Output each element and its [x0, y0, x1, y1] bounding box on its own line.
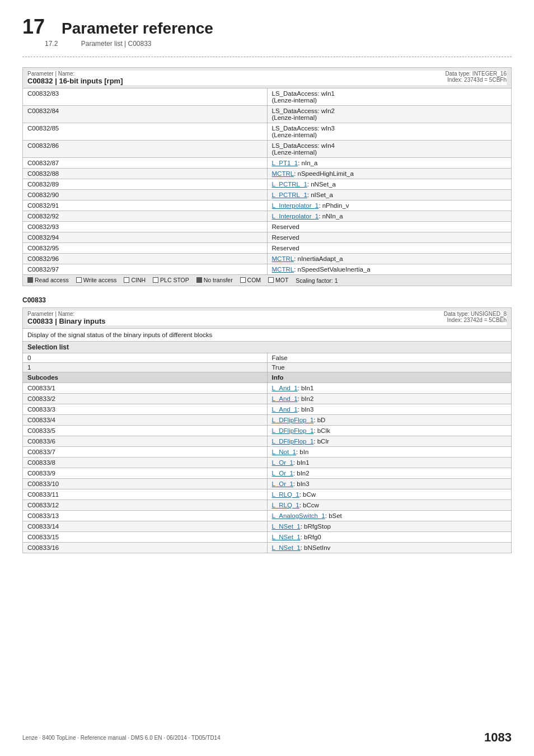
info-header: Info [267, 372, 512, 383]
table-row: L_RLQ_1: bCw [267, 489, 512, 500]
table-row: C00832/89 [23, 179, 268, 190]
table-row: C00833/6 [23, 436, 268, 447]
page-subtitle: 17.2 Parameter list | C00833 [24, 40, 512, 48]
table-row: L_Interpolator_1: nPhdin_v [267, 200, 512, 211]
table-row: L_PCTRL_1: nISet_a [267, 190, 512, 200]
datatype-c00832: Data type: INTEGER_16 [319, 71, 507, 77]
table-row: C00832/93 [23, 222, 268, 232]
c00833-table: Parameter | Name: C00833 | Binary inputs… [22, 307, 512, 553]
table-row: Reserved [267, 222, 512, 232]
sel-item-1-value: 1 [23, 363, 268, 372]
param-label-c00832: Parameter | Name: [27, 71, 319, 77]
param-label-c00833: Parameter | Name: [27, 311, 293, 317]
sel-item-0-value: 0 [23, 353, 268, 363]
table-row: C00833/4 [23, 415, 268, 426]
table-row: L_Or_1: bIn2 [267, 468, 512, 479]
table-row: C00833/9 [23, 468, 268, 479]
datatype-c00833: Data type: UNSIGNED_8 [293, 311, 507, 317]
table-row: L_RLQ_1: bCcw [267, 500, 512, 511]
table-row: C00833/11 [23, 489, 268, 500]
table-row: MCTRL: nInertiaAdapt_a [267, 254, 512, 264]
table-row: C00832/85 [23, 123, 268, 141]
table-row: C00832/95 [23, 243, 268, 254]
c00833-description: Display of the signal status of the bina… [23, 329, 512, 342]
page-number: 17 [22, 17, 45, 37]
table-row: L_AnalogSwitch_1: bSet [267, 511, 512, 521]
table-row: L_NSet_1: bRfg0 [267, 532, 512, 543]
table-row: C00833/16 [23, 543, 268, 553]
no-transfer-checkbox [196, 277, 202, 283]
table-row: C00832/97 [23, 264, 268, 275]
table-row: LS_DataAccess: wIn2(Lenze-internal) [267, 106, 512, 123]
section-divider [22, 57, 512, 57]
table-row: L_PT1_1: nIn_a [267, 158, 512, 169]
table-row: C00833/14 [23, 521, 268, 532]
read-access-checkbox [27, 277, 33, 283]
table-row: C00832/84 [23, 106, 268, 123]
table-row: L_NSet_1: bNSetInv [267, 543, 512, 553]
table-row: C00833/3 [23, 404, 268, 415]
table-row: C00832/92 [23, 211, 268, 222]
table-row: Reserved [267, 232, 512, 243]
c00832-table: Parameter | Name: C00832 | 16-bit inputs… [22, 67, 512, 286]
table-row: MCTRL: nSpeedSetValueInertia_a [267, 264, 512, 275]
table-row: C00833/10 [23, 479, 268, 489]
table-row: C00833/7 [23, 447, 268, 458]
sel-item-1-label: True [267, 363, 512, 372]
param-name-c00833: C00833 | Binary inputs [27, 317, 105, 325]
table-row: C00833/13 [23, 511, 268, 521]
com-checkbox [240, 277, 246, 283]
table-row: L_DFlipFlop_1: bD [267, 415, 512, 426]
c00833-section-label: C00833 [22, 296, 512, 304]
table-row: C00832/88 [23, 169, 268, 179]
table-row: MCTRL: nSpeedHighLimit_a [267, 169, 512, 179]
table-row: L_Not_1: bIn [267, 447, 512, 458]
table-row: LS_DataAccess: wIn1(Lenze-internal) [267, 88, 512, 106]
plc-stop-checkbox [153, 277, 158, 283]
table-row: L_PCTRL_1: nNSet_a [267, 179, 512, 190]
selection-list-header: Selection list [23, 342, 512, 353]
scaling-factor: Scaling factor: 1 [296, 277, 338, 284]
table-row: LS_DataAccess: wIn3(Lenze-internal) [267, 123, 512, 141]
footer-page-number: 1083 [484, 730, 512, 745]
page-title: Parameter reference [62, 20, 213, 38]
table-row: C00832/83 [23, 88, 268, 106]
table-row: L_Or_1: bIn3 [267, 479, 512, 489]
footer-text: Lenze · 8400 TopLine · Reference manual … [22, 735, 221, 741]
table-row: L_NSet_1: bRfgStop [267, 521, 512, 532]
table-row: L_And_1: bIn1 [267, 383, 512, 394]
cinh-checkbox [124, 277, 129, 283]
table-row: C00832/90 [23, 190, 268, 200]
table-row: L_Interpolator_1: nNIn_a [267, 211, 512, 222]
table-row: C00832/86 [23, 141, 268, 158]
write-access-checkbox [76, 277, 82, 283]
table-row: L_Or_1: bIn1 [267, 458, 512, 468]
table-row: C00833/8 [23, 458, 268, 468]
param-name-c00832: C00832 | 16-bit inputs [rpm] [27, 77, 123, 85]
index-c00833: Index: 23742d = 5CBEh [447, 317, 507, 323]
index-c00832: Index: 23743d = 5CBFh [447, 77, 507, 83]
table-row: L_And_1: bIn3 [267, 404, 512, 415]
table-row: C00833/1 [23, 383, 268, 394]
page-footer: Lenze · 8400 TopLine · Reference manual … [0, 730, 534, 745]
table-row: C00833/15 [23, 532, 268, 543]
table-row: C00833/5 [23, 426, 268, 436]
subcodes-header: Subcodes [23, 372, 268, 383]
table-row: C00832/94 [23, 232, 268, 243]
table-row: L_DFlipFlop_1: bClk [267, 426, 512, 436]
page-header: 17 Parameter reference [22, 17, 512, 38]
table-row: C00832/96 [23, 254, 268, 264]
table-row: L_And_1: bIn2 [267, 394, 512, 404]
sel-item-0-label: False [267, 353, 512, 363]
table-row: C00833/2 [23, 394, 268, 404]
mot-checkbox [268, 277, 274, 283]
table-row: C00832/87 [23, 158, 268, 169]
table-row: L_DFlipFlop_1: bClr [267, 436, 512, 447]
table-row: Reserved [267, 243, 512, 254]
table-row: C00833/12 [23, 500, 268, 511]
table-row: C00832/91 [23, 200, 268, 211]
table-row: LS_DataAccess: wIn4(Lenze-internal) [267, 141, 512, 158]
c00832-footer: Read access Write access CINH PLC STOP N… [23, 275, 512, 286]
